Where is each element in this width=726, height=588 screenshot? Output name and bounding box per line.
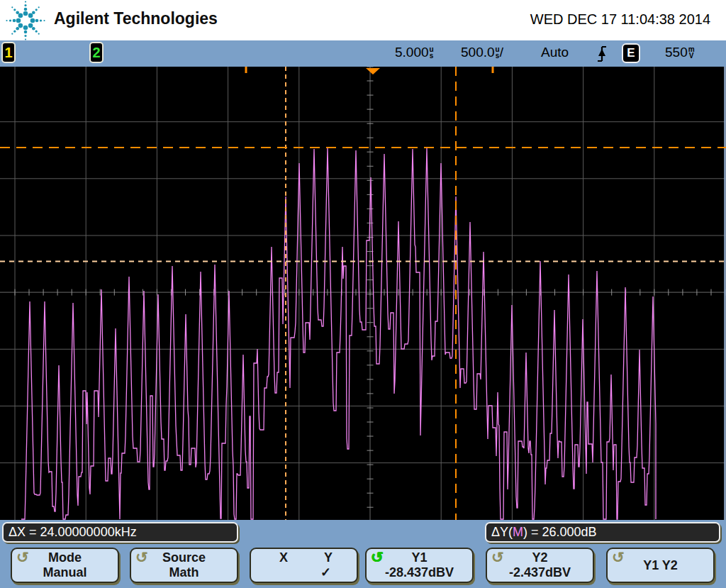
time-reference-tick bbox=[245, 67, 247, 73]
trigger-position-marker bbox=[366, 68, 380, 74]
trigger-mode-text: Auto bbox=[541, 45, 569, 60]
delta-y-readout: ΔY(M) = 26.000dB bbox=[485, 522, 720, 543]
knob-icon: ↺ bbox=[16, 549, 29, 566]
softkey-y2-value: -2.437dBV bbox=[487, 565, 593, 580]
channel-2-badge: 2 bbox=[89, 42, 104, 63]
softkey-mode[interactable]: ↺ Mode Manual bbox=[11, 548, 119, 583]
edge-trigger-icon bbox=[596, 44, 608, 64]
softkey-y1y2[interactable]: ↺ Y1 Y2 bbox=[606, 548, 715, 583]
softkey-mode-value: Manual bbox=[12, 565, 118, 580]
math-source-letter: M bbox=[513, 525, 523, 539]
brand-title: Agilent Technologies bbox=[54, 9, 218, 28]
softkey-source-value: Math bbox=[131, 565, 237, 580]
softkey-xy-select[interactable]: X Y ✓ bbox=[250, 548, 358, 583]
channel-1-badge: 1 bbox=[1, 42, 16, 63]
waveform-display bbox=[0, 67, 726, 520]
softkey-y1-value: -28.437dBV bbox=[367, 565, 472, 580]
timebase-readout: 500.0us/ bbox=[461, 45, 503, 60]
graticule-svg bbox=[0, 67, 726, 520]
softkey-source[interactable]: ↺ Source Math bbox=[130, 548, 238, 583]
datetime-text: WED DEC 17 11:04:38 2014 bbox=[530, 11, 710, 28]
trigger-level-readout: 550mV bbox=[665, 45, 695, 60]
softkey-y-label: Y bbox=[324, 550, 333, 565]
agilent-logo-icon bbox=[4, 1, 48, 40]
knob-icon: ↺ bbox=[491, 549, 504, 566]
softkey-y1[interactable]: ↺ Y1 -28.437dBV bbox=[365, 548, 474, 583]
trigger-source-badge: E bbox=[622, 43, 640, 63]
footer-bar: ΔX = 24.00000000kHz ΔY(M) = 26.000dB ↺ M… bbox=[0, 520, 726, 588]
softkey-x-label: X bbox=[279, 550, 288, 565]
oscilloscope-screen: Agilent Technologies WED DEC 17 11:04:38… bbox=[0, 0, 726, 588]
knob-icon: ↺ bbox=[135, 549, 148, 566]
softkey-y2[interactable]: ↺ Y2 -2.437dBV bbox=[486, 548, 594, 583]
delta-x-readout: ΔX = 24.00000000kHz bbox=[2, 522, 238, 543]
knob-icon: ↺ bbox=[612, 549, 625, 566]
status-bar: 1 2 5.000us 500.0us/ Auto E 550mV bbox=[0, 40, 726, 67]
delay-readout: 5.000us bbox=[395, 45, 434, 60]
header: Agilent Technologies WED DEC 17 11:04:38… bbox=[0, 0, 726, 40]
checkmark-icon: ✓ bbox=[251, 565, 357, 580]
knob-active-icon: ↺ bbox=[371, 549, 384, 566]
fft-trace bbox=[21, 148, 656, 519]
time-reference-tick bbox=[492, 67, 494, 73]
